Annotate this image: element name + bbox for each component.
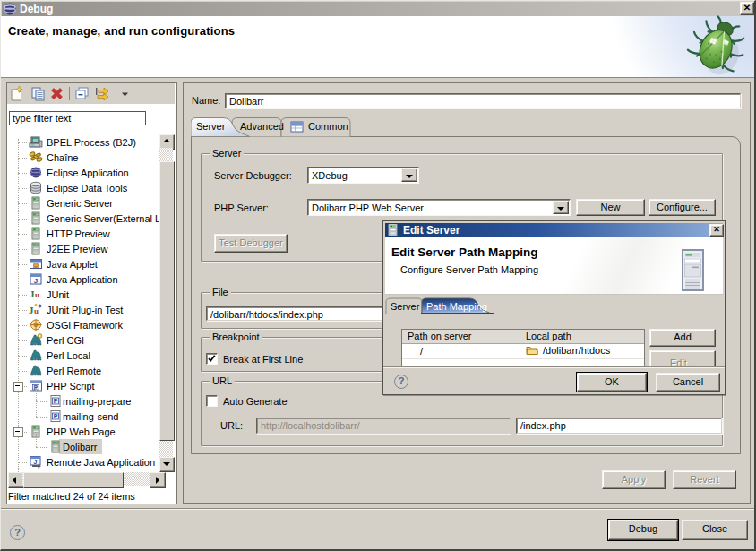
svg-text:u: u — [34, 306, 39, 315]
svg-text:u: u — [35, 290, 39, 299]
svg-text:J: J — [34, 459, 38, 465]
svg-text:J: J — [34, 277, 38, 285]
svg-text:P: P — [54, 413, 58, 419]
svg-text:P: P — [54, 398, 58, 404]
